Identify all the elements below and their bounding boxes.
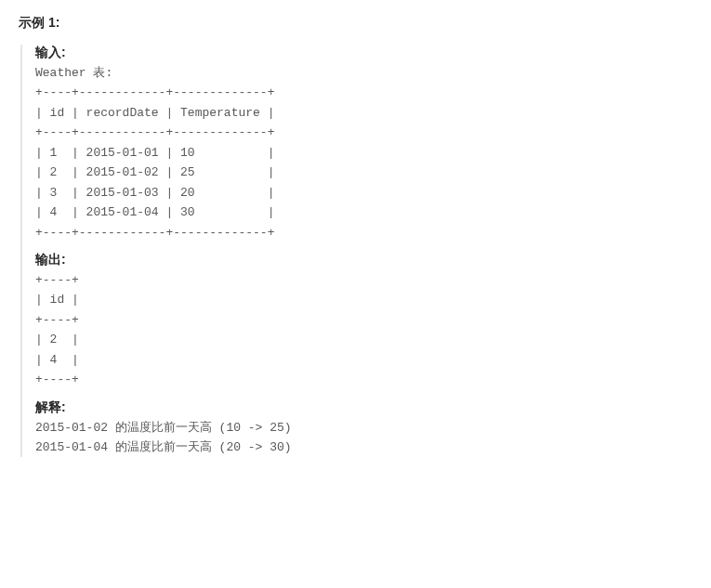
input-content: Weather 表: +----+------------+----------… [35,63,692,242]
explanation-label: 解释: [35,399,692,416]
input-label: 输入: [35,45,692,61]
output-content: +----+ | id | +----+ | 2 | | 4 | +----+ [35,270,692,390]
example-block: 输入: Weather 表: +----+------------+------… [20,45,692,457]
output-label: 输出: [35,252,692,268]
example-title: 示例 1: [19,15,692,32]
example-container: 示例 1: 输入: Weather 表: +----+------------+… [19,15,692,457]
explanation-content: 2015-01-02 的温度比前一天高 (10 -> 25) 2015-01-0… [35,418,692,458]
